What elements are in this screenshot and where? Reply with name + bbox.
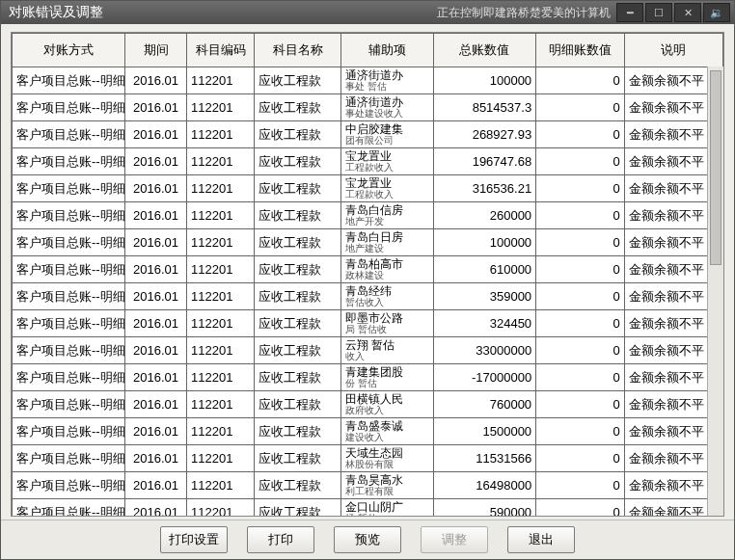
table-row[interactable]: 客户项目总账--明细账2016.01112201应收工程款中启胶建集团有限公司2…	[13, 121, 723, 148]
table-row[interactable]: 客户项目总账--明细账2016.01112201应收工程款通济街道办事处 暂估1…	[13, 67, 723, 94]
cell-name: 应收工程款	[255, 337, 340, 364]
table-row[interactable]: 客户项目总账--明细账2016.01112201应收工程款青岛经纬暂估收入359…	[13, 283, 723, 310]
cell-way: 客户项目总账--明细账	[13, 499, 125, 518]
cell-total: 260000	[433, 202, 536, 229]
col-total[interactable]: 总账数值	[433, 34, 536, 67]
cell-period: 2016.01	[125, 472, 187, 499]
cell-detail: 0	[536, 283, 625, 310]
cell-code: 112201	[187, 283, 255, 310]
cell-aux: 青岛柏高市政林建设	[340, 256, 433, 283]
table-row[interactable]: 客户项目总账--明细账2016.01112201应收工程款宝龙置业工程款收入31…	[13, 175, 723, 202]
table-row[interactable]: 客户项目总账--明细账2016.01112201应收工程款宝龙置业工程款收入19…	[13, 148, 723, 175]
cell-total: 590000	[433, 499, 536, 518]
table-row[interactable]: 客户项目总账--明细账2016.01112201应收工程款云翔 暂估收入3300…	[13, 337, 723, 364]
cell-total: 11531566	[433, 445, 536, 472]
cell-code: 112201	[187, 229, 255, 256]
cell-way: 客户项目总账--明细账	[13, 256, 125, 283]
table-row[interactable]: 客户项目总账--明细账2016.01112201应收工程款青岛盛泰诚建设收入15…	[13, 418, 723, 445]
col-code[interactable]: 科目编码	[187, 34, 255, 67]
cell-way: 客户项目总账--明细账	[13, 229, 125, 256]
data-grid[interactable]: 对账方式 期间 科目编码 科目名称 辅助项 总账数值 明细账数值 说明 客户项目…	[11, 32, 724, 517]
cell-period: 2016.01	[125, 283, 187, 310]
table-row[interactable]: 客户项目总账--明细账2016.01112201应收工程款青岛白日房地产建设10…	[13, 229, 723, 256]
cell-total: -17000000	[433, 364, 536, 391]
cell-detail: 0	[536, 148, 625, 175]
table-row[interactable]: 客户项目总账--明细账2016.01112201应收工程款天域生态园林股份有限1…	[13, 445, 723, 472]
table-row[interactable]: 客户项目总账--明细账2016.01112201应收工程款青岛白信房地产开发26…	[13, 202, 723, 229]
cell-detail: 0	[536, 445, 625, 472]
table-row[interactable]: 客户项目总账--明细账2016.01112201应收工程款通济街道办事处建设收入…	[13, 94, 723, 121]
cell-period: 2016.01	[125, 310, 187, 337]
cell-way: 客户项目总账--明细账	[13, 337, 125, 364]
col-aux[interactable]: 辅助项	[340, 34, 433, 67]
cell-total: 1500000	[433, 418, 536, 445]
maximize-button[interactable]: ☐	[645, 3, 672, 22]
cell-way: 客户项目总账--明细账	[13, 121, 125, 148]
cell-name: 应收工程款	[255, 202, 340, 229]
cell-aux: 青岛盛泰诚建设收入	[340, 418, 433, 445]
cell-name: 应收工程款	[255, 445, 340, 472]
table-row[interactable]: 客户项目总账--明细账2016.01112201应收工程款即墨市公路局 暂估收3…	[13, 310, 723, 337]
cell-period: 2016.01	[125, 121, 187, 148]
cell-period: 2016.01	[125, 148, 187, 175]
cell-detail: 0	[536, 337, 625, 364]
cell-code: 112201	[187, 67, 255, 94]
cell-code: 112201	[187, 148, 255, 175]
cell-detail: 0	[536, 175, 625, 202]
cell-code: 112201	[187, 445, 255, 472]
cell-code: 112201	[187, 364, 255, 391]
header-row[interactable]: 对账方式 期间 科目编码 科目名称 辅助项 总账数值 明细账数值 说明	[13, 34, 723, 67]
cell-aux: 通济街道办事处建设收入	[340, 94, 433, 121]
cell-way: 客户项目总账--明细账	[13, 148, 125, 175]
cell-name: 应收工程款	[255, 121, 340, 148]
col-period[interactable]: 期间	[125, 34, 187, 67]
cell-period: 2016.01	[125, 256, 187, 283]
cell-total: 16498000	[433, 472, 536, 499]
cell-name: 应收工程款	[255, 310, 340, 337]
cell-way: 客户项目总账--明细账	[13, 391, 125, 418]
print-setup-button[interactable]: 打印设置	[160, 526, 228, 553]
table-row[interactable]: 客户项目总账--明细账2016.01112201应收工程款青岛昊高水利工程有限1…	[13, 472, 723, 499]
cell-code: 112201	[187, 175, 255, 202]
scrollbar-thumb[interactable]	[710, 70, 721, 265]
cell-name: 应收工程款	[255, 364, 340, 391]
cell-name: 应收工程款	[255, 175, 340, 202]
cell-period: 2016.01	[125, 364, 187, 391]
vertical-scrollbar[interactable]	[707, 67, 723, 516]
cell-detail: 0	[536, 229, 625, 256]
exit-button[interactable]: 退出	[507, 526, 575, 553]
sound-icon[interactable]: 🔉	[703, 3, 730, 22]
cell-detail: 0	[536, 121, 625, 148]
cell-way: 客户项目总账--明细账	[13, 175, 125, 202]
cell-total: 610000	[433, 256, 536, 283]
table-row[interactable]: 客户项目总账--明细账2016.01112201应收工程款青建集团股份 暂估-1…	[13, 364, 723, 391]
cell-detail: 0	[536, 472, 625, 499]
table-row[interactable]: 客户项目总账--明细账2016.01112201应收工程款田横镇人民政府收入76…	[13, 391, 723, 418]
cell-code: 112201	[187, 499, 255, 518]
cell-aux: 青岛昊高水利工程有限	[340, 472, 433, 499]
table-row[interactable]: 客户项目总账--明细账2016.01112201应收工程款金口山阴广场 暂估59…	[13, 499, 723, 518]
cell-way: 客户项目总账--明细账	[13, 283, 125, 310]
recon-table[interactable]: 对账方式 期间 科目编码 科目名称 辅助项 总账数值 明细账数值 说明 客户项目…	[12, 33, 723, 517]
minimize-button[interactable]: ━	[616, 3, 643, 22]
cell-name: 应收工程款	[255, 418, 340, 445]
table-row[interactable]: 客户项目总账--明细账2016.01112201应收工程款青岛柏高市政林建设61…	[13, 256, 723, 283]
col-note[interactable]: 说明	[624, 34, 722, 67]
adjust-button: 调整	[421, 526, 488, 553]
col-name[interactable]: 科目名称	[255, 34, 340, 67]
print-button[interactable]: 打印	[247, 526, 314, 553]
preview-button[interactable]: 预览	[334, 526, 401, 553]
cell-name: 应收工程款	[255, 67, 340, 94]
cell-code: 112201	[187, 310, 255, 337]
col-way[interactable]: 对账方式	[13, 34, 125, 67]
cell-aux: 天域生态园林股份有限	[340, 445, 433, 472]
cell-total: 100000	[433, 67, 536, 94]
cell-way: 客户项目总账--明细账	[13, 202, 125, 229]
cell-aux: 通济街道办事处 暂估	[340, 67, 433, 94]
cell-detail: 0	[536, 67, 625, 94]
cell-detail: 0	[536, 391, 625, 418]
cell-code: 112201	[187, 256, 255, 283]
col-detail[interactable]: 明细账数值	[536, 34, 625, 67]
title-bar[interactable]: 对账错误及调整 正在控制即建路桥楚爱美的计算机 ━ ☐ ✕ 🔉	[1, 1, 734, 24]
close-button[interactable]: ✕	[674, 3, 701, 22]
